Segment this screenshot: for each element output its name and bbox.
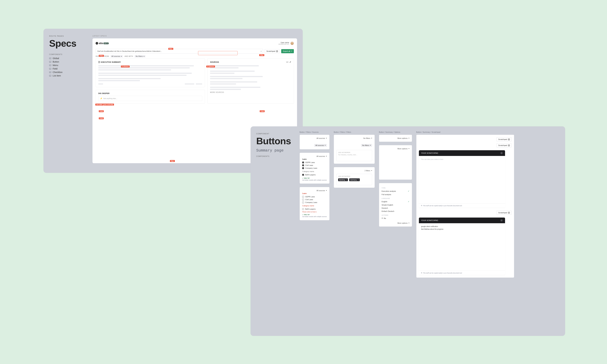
error-msg: Please select at least 1 <box>302 211 327 213</box>
checkbox-icon <box>302 167 304 169</box>
type-exec[interactable]: Executive analysis✓ <box>382 189 409 193</box>
cb-gdpr-e[interactable]: GDPR Laws <box>302 195 327 198</box>
cat-2: Category name <box>302 170 327 172</box>
close-icon[interactable]: × <box>500 219 503 222</box>
scratchpad-toggle-2[interactable]: Scratchpad <box>497 143 512 147</box>
component-board: COMPONENT Buttons Summary page COMPONENT… <box>251 126 565 336</box>
sources-dropdown-open[interactable]: All sources <box>317 155 327 157</box>
cb-company-e[interactable]: Company Laws <box>302 201 327 204</box>
remove-icon[interactable]: × <box>357 179 358 181</box>
scratchpad-icon <box>508 144 510 146</box>
filters-chip[interactable]: No filters <box>134 55 145 57</box>
variant-options-closed: More options <box>379 135 412 142</box>
tag-banking[interactable]: Banking× <box>338 178 348 181</box>
cb-civil-e[interactable]: Civil Laws <box>302 198 327 201</box>
edit-icon[interactable] <box>290 61 291 63</box>
component-icon <box>49 65 51 66</box>
cb-gdpr[interactable]: GDPR Laws <box>302 161 327 164</box>
user-block[interactable]: User name user@email.com <box>278 41 294 45</box>
logo-mark-icon <box>96 42 98 45</box>
sources-filter-chip[interactable]: All sources <box>110 55 123 57</box>
components-label: COMPONENTS <box>256 156 294 157</box>
variant-sources-closed: All sources All sources <box>300 135 330 149</box>
components-list: Global Button Menu Field Checkbox List i… <box>49 57 87 78</box>
remove-icon[interactable]: × <box>346 179 347 181</box>
check-icon: ✓ <box>408 200 409 203</box>
component-icon <box>49 57 51 59</box>
lang-label: LANGUAGE <box>382 198 409 199</box>
component-icon <box>49 68 51 69</box>
chevron-down-icon <box>121 56 122 57</box>
variant-filters-open: 2 filters ADD KEYWORDS Banking× Germany× <box>334 167 375 188</box>
dig-input[interactable]: ⚡ Ask anything else… <box>98 96 202 101</box>
cb-civil[interactable]: Civil Laws <box>302 164 327 167</box>
pro-tip-e: ✓ PRO TIPGet better results with multipl… <box>302 214 327 218</box>
scratchpad-panel-empty: YOUR SCRATCHPAD × You can take your note… <box>419 150 505 208</box>
lang-sde[interactable]: Einfach Deutsch <box>382 210 409 213</box>
more-options-btn-2[interactable]: More options <box>397 148 409 150</box>
note-1: google silent notification <box>421 225 503 228</box>
cb-bafin-e[interactable]: BaFin papers <box>302 208 327 210</box>
mock-topbar: atia BETA User name user@email.com <box>96 41 294 46</box>
component-item-listitem[interactable]: List item <box>49 74 87 78</box>
search-input[interactable]: Darf ein Kreditinstitut mit Sitz in Deut… <box>96 49 263 53</box>
component-item-checkbox[interactable]: Checkbox <box>49 70 87 74</box>
variant-options-spacer: More options <box>379 145 412 180</box>
eyebrow: COMPONENT <box>256 133 294 135</box>
filters-chip[interactable]: No filters <box>361 144 372 147</box>
filters-dropdown[interactable]: No filters <box>363 137 372 139</box>
sources-chip[interactable]: All sources <box>314 144 327 147</box>
component-item-field[interactable]: Field <box>49 67 87 70</box>
close-icon[interactable]: × <box>500 152 503 154</box>
action-re[interactable]: ⟳Re <box>382 217 409 220</box>
sources-title: SOURCES <box>210 61 219 63</box>
component-item-menu[interactable]: Menu <box>49 64 87 67</box>
lang-en[interactable]: English✓ <box>382 200 409 203</box>
avatar <box>290 41 294 45</box>
lang-sen[interactable]: Simple English <box>382 203 409 207</box>
document-icon <box>98 61 100 63</box>
keywords-empty[interactable]: ADD KEYWORDS Try Industry, country, size… <box>336 150 372 161</box>
footer-skel <box>98 83 202 85</box>
more-options-btn[interactable]: More options <box>397 137 409 139</box>
component-item-global[interactable]: Global <box>49 57 87 60</box>
checkbox-icon <box>302 174 304 176</box>
scratchpad-body[interactable]: You can take your notes in here <box>419 156 505 203</box>
tag-germany[interactable]: Germany× <box>349 178 360 181</box>
checkbox-icon <box>302 199 304 200</box>
scratchpad-toggle-1[interactable]: Scratchpad <box>497 137 512 141</box>
pro-tip: ✓ PRO TIPGet better results with multipl… <box>302 177 327 181</box>
sources-count: 5/8 <box>286 61 288 63</box>
type-label: TYPE <box>382 187 409 189</box>
filters-dropdown-2[interactable]: 2 filters <box>365 170 372 171</box>
scratchpad-button[interactable]: Scratchpad <box>265 49 280 53</box>
scratchpad-head: YOUR SCRATCHPAD × <box>419 150 505 156</box>
cb-bafin[interactable]: BaFin papers <box>302 173 327 176</box>
more-options-btn-3[interactable]: More options <box>397 222 409 224</box>
component-item-button[interactable]: Button <box>49 60 87 64</box>
cb-company[interactable]: Company Laws <box>302 167 327 169</box>
sources-dropdown[interactable]: All sources <box>317 137 327 139</box>
sources-dropdown-err[interactable]: All sources <box>317 190 327 192</box>
checkbox-icon <box>302 202 304 203</box>
board-subtitle: Summary page <box>256 148 294 153</box>
sources-card: SOURCES 5/8 MORE SOURCES <box>207 58 294 104</box>
ann-grow: row table: grow vertically <box>95 104 114 105</box>
clear-icon[interactable]: × <box>261 50 262 52</box>
scratchpad-body-2[interactable]: google silent notification Ask Mathias a… <box>419 223 505 271</box>
col-head-sources: Button / Filters / Sources <box>300 131 330 133</box>
exec-title: EXECUTIVE SUMMARY <box>98 61 202 63</box>
scratchpad-toggle-3[interactable]: Scratchpad <box>497 211 512 215</box>
variant-scratchpad: Scratchpad Scratchpad YOUR SCRATCHPAD × … <box>416 135 514 278</box>
checkbox-icon <box>302 165 304 166</box>
chevron-down-icon <box>409 223 409 223</box>
keywords-filled[interactable]: ADD KEYWORDS Banking× Germany× <box>336 174 372 185</box>
lang-de[interactable]: Deutsch <box>382 207 409 210</box>
chevron-down-icon <box>144 56 145 57</box>
chevron-down-icon <box>370 145 371 146</box>
more-sources-link[interactable]: MORE SOURCES <box>210 91 291 93</box>
check-icon: ✓ <box>408 190 409 192</box>
component-icon <box>49 71 51 73</box>
type-full[interactable]: Full analysis <box>382 193 409 196</box>
export-button[interactable]: Export all <box>281 49 294 53</box>
